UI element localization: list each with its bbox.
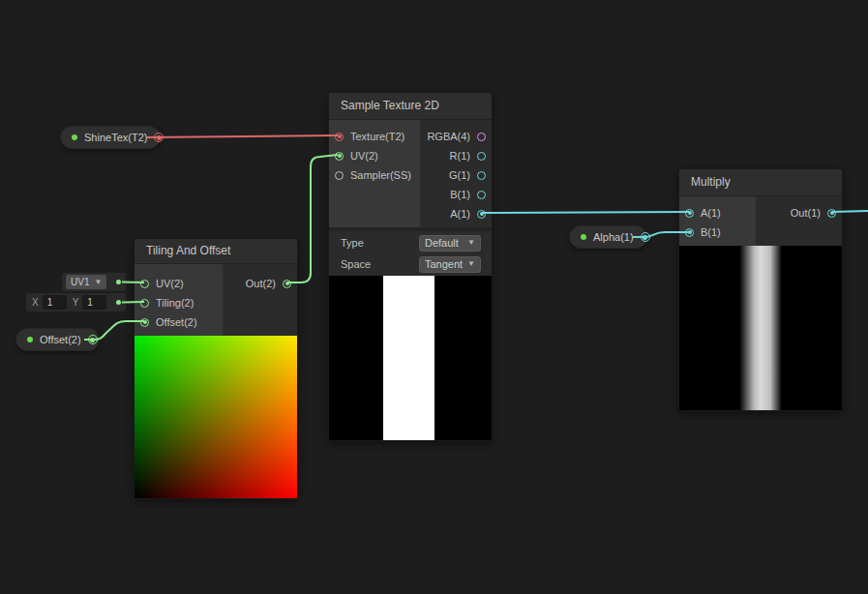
port-row: A(1) (420, 204, 492, 223)
port-label: G(1) (449, 169, 470, 181)
port-uv2-input[interactable] (140, 280, 149, 288)
port-label: A(1) (450, 208, 470, 220)
type-dropdown[interactable]: Default ▼ (419, 235, 481, 252)
port-label: Tiling(2) (156, 297, 194, 309)
node-preview-uv-gradient (135, 336, 297, 498)
port-out1-output[interactable] (827, 209, 836, 218)
port-g1-output[interactable] (477, 171, 486, 180)
port-row: B(1) (679, 223, 756, 242)
tiling-xy-widget: X Y (26, 293, 126, 312)
uv-channel-value: UV1 (71, 277, 89, 287)
exposed-property-dot-icon (72, 134, 77, 140)
port-row: Tiling(2) (135, 293, 223, 312)
space-dropdown-value: Tangent (425, 258, 463, 270)
port-label: UV(2) (156, 278, 184, 289)
port-row: Sampler(SS) (329, 165, 420, 185)
port-label: Texture(T2) (350, 131, 404, 142)
type-field-row: Type Default ▼ (329, 232, 492, 253)
port-label: Offset(2) (156, 316, 197, 328)
port-label: Sampler(SS) (350, 169, 411, 181)
node-title: Multiply (679, 169, 842, 196)
port-row: Texture(T2) (329, 127, 420, 146)
property-label: ShineTex(T2) (84, 132, 147, 143)
port-row: A(1) (679, 203, 756, 223)
node-title: Tiling And Offset (135, 239, 297, 264)
port-r1-output[interactable] (477, 152, 486, 161)
port-label: B(1) (450, 189, 470, 200)
space-field-row: Space Tangent ▼ (329, 253, 492, 275)
space-dropdown[interactable]: Tangent ▼ (419, 256, 481, 273)
node-tiling-and-offset[interactable]: Tiling And Offset UV(2) Tiling(2) Offset… (134, 238, 298, 499)
node-sample-texture-2d[interactable]: Sample Texture 2D Texture(T2) UV(2) Samp… (328, 92, 493, 441)
chevron-down-icon: ▼ (467, 239, 475, 247)
widget-port-dot-icon (116, 280, 121, 284)
uv-channel-dropdown[interactable]: UV1 ▼ (66, 275, 106, 289)
port-sampler-input[interactable] (335, 171, 344, 180)
graph-canvas[interactable]: ShineTex(T2) Offset(2) Alpha(1) UV1 ▼ X … (0, 0, 868, 594)
y-label: Y (67, 297, 83, 308)
space-field-label: Space (329, 258, 419, 270)
port-row: B(1) (420, 185, 492, 204)
edge-alpha-out-to-multiply-a[interactable] (482, 212, 689, 213)
x-label: X (26, 297, 43, 308)
port-row: Out(2) (223, 274, 297, 293)
port-rgba4-output[interactable] (477, 133, 486, 141)
tiling-x-input[interactable] (43, 295, 67, 310)
port-b1-output[interactable] (477, 191, 486, 199)
property-pill-shinetex[interactable]: ShineTex(T2) (60, 126, 161, 149)
port-label: Out(1) (791, 207, 821, 219)
port-row: Offset(2) (135, 312, 223, 332)
edge-shinetex-to-texture[interactable] (147, 135, 338, 137)
type-dropdown-value: Default (425, 237, 459, 249)
edge-uvwidget-to-uvport[interactable] (122, 282, 144, 283)
port-a1-output[interactable] (477, 210, 486, 219)
node-preview-texture (329, 276, 492, 440)
port-label: A(1) (701, 207, 721, 219)
edge-multiply-out-offscreen[interactable] (832, 211, 868, 212)
port-label: UV(2) (350, 150, 378, 162)
port-label: B(1) (701, 226, 721, 238)
chevron-down-icon: ▼ (467, 260, 475, 268)
exposed-property-dot-icon (581, 234, 586, 240)
port-label: RGBA(4) (427, 131, 470, 142)
port-row: RGBA(4) (420, 127, 492, 146)
port-label: R(1) (450, 150, 470, 162)
tiling-y-input[interactable] (82, 295, 106, 310)
uv-channel-widget: UV1 ▼ (62, 273, 126, 291)
property-label: Alpha(1) (593, 231, 634, 243)
property-label: Offset(2) (40, 334, 81, 345)
widget-port-dot-icon (116, 300, 121, 305)
port-row: UV(2) (135, 274, 223, 293)
node-preview-multiply (679, 246, 842, 410)
node-title: Sample Texture 2D (329, 93, 492, 120)
port-label: Out(2) (246, 278, 276, 289)
chevron-down-icon: ▼ (94, 279, 102, 286)
port-row: Out(1) (756, 203, 842, 223)
port-row: G(1) (420, 165, 492, 185)
port-row: R(1) (420, 146, 492, 165)
type-field-label: Type (329, 237, 419, 249)
port-row: UV(2) (329, 146, 420, 165)
node-multiply[interactable]: Multiply A(1) B(1) Out(1) (678, 168, 843, 411)
edge-xywidget-to-tilingport[interactable] (122, 302, 144, 303)
exposed-property-dot-icon (27, 337, 33, 342)
